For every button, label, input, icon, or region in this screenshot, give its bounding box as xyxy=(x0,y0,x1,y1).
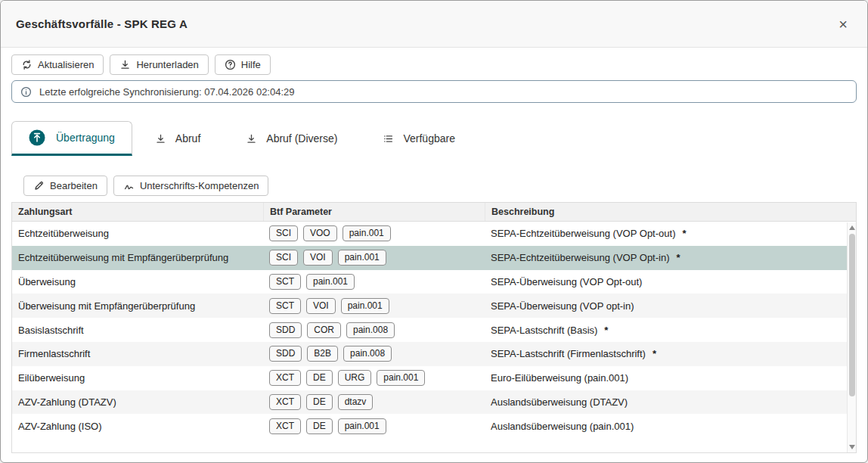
dialog-titlebar: Geschäftsvorfälle - SPK REG A × xyxy=(1,1,867,48)
bearbeiten-button[interactable]: Bearbeiten xyxy=(23,176,107,196)
tab-abruf-diverse[interactable]: Abruf (Diverse) xyxy=(223,121,360,156)
button-label: Bearbeiten xyxy=(50,180,98,191)
parameter-badge: XCT xyxy=(269,418,301,434)
scrollbar-down-icon[interactable] xyxy=(849,444,855,450)
scrollbar-up-icon[interactable] xyxy=(849,225,855,231)
zahlungsart-text: Überweisung mit Empfängerüberprüfung xyxy=(18,300,195,312)
table-row[interactable]: AZV-Zahlung (DTAZV)XCTDEdtazvAuslandsübe… xyxy=(12,390,856,415)
zahlungsart-cell: Basislastschrift xyxy=(12,325,263,336)
parameter-badge: pain.008 xyxy=(343,346,392,362)
zahlungsart-text: AZV-Zahlung (DTAZV) xyxy=(18,396,116,408)
beschreibung-cell: SEPA-Lastschrift (Basis)* xyxy=(485,325,856,336)
parameter-badge: pain.001 xyxy=(306,274,355,290)
download-icon xyxy=(155,133,166,144)
table-row[interactable]: Überweisung mit EmpfängerüberprüfungSCTV… xyxy=(12,294,856,318)
hilfe-button[interactable]: Hilfe xyxy=(215,54,271,75)
table-row[interactable]: EilüberweisungXCTDEURGpain.001Euro-Eilüb… xyxy=(12,366,856,390)
beschreibung-cell: SEPA-Echtzeitüberweisung (VOP Opt-in)* xyxy=(485,252,856,263)
table-row[interactable]: FirmenlastschriftSDDB2Bpain.008SEPA-Last… xyxy=(12,342,856,366)
zahlungsart-cell: Firmenlastschrift xyxy=(12,348,263,359)
table-row[interactable]: ÜberweisungSCTpain.001SEPA-Überweisung (… xyxy=(12,270,856,294)
asterisk-marker: * xyxy=(653,348,656,359)
zahlungsart-text: AZV-Zahlung (ISO) xyxy=(18,421,102,432)
button-label: Unterschrifts-Kompetenzen xyxy=(140,180,259,191)
beschreibung-text: SEPA-Überweisung (VOP opt-in) xyxy=(491,300,634,312)
scrollbar-thumb[interactable] xyxy=(849,234,855,396)
table-row[interactable]: BasislastschriftSDDCORpain.008SEPA-Lasts… xyxy=(12,318,856,342)
beschreibung-cell: Euro-Eilüberweisung (pain.001) xyxy=(485,372,856,384)
btf-parameter-cell: SDDB2Bpain.008 xyxy=(263,346,485,362)
download-icon xyxy=(119,59,131,70)
btf-parameter-cell: XCTDEURGpain.001 xyxy=(263,370,485,386)
table-row[interactable]: Echtzeitüberweisung mit Empfängerüberprü… xyxy=(12,246,856,270)
btf-parameter-cell: XCTDEdtazv xyxy=(263,394,485,410)
btf-parameter-cell: XCTDEpain.001 xyxy=(263,418,485,434)
parameter-badge: VOO xyxy=(303,225,337,241)
tab-bar: ÜbertragungAbrufAbruf (Diverse)Verfügbar… xyxy=(11,121,857,156)
parameter-badge: XCT xyxy=(269,394,301,410)
tab-uebertragung[interactable]: Übertragung xyxy=(11,121,132,156)
beschreibung-text: Auslandsüberweisung (DTAZV) xyxy=(491,396,628,408)
table-body: EchtzeitüberweisungSCIVOOpain.001SEPA-Ec… xyxy=(12,222,856,438)
tab-label: Abruf xyxy=(175,132,200,144)
parameter-badge: VOI xyxy=(306,298,336,314)
close-icon[interactable]: × xyxy=(834,17,852,32)
tab-abruf[interactable]: Abruf xyxy=(132,121,223,156)
column-header-beschreibung: Beschreibung xyxy=(485,203,856,221)
herunterladen-button[interactable]: Herunterladen xyxy=(110,54,208,75)
help-icon xyxy=(225,59,236,70)
btf-parameter-cell: SCTpain.001 xyxy=(263,274,485,290)
column-header-btf-parameter: Btf Parameter xyxy=(263,203,485,221)
beschreibung-cell: SEPA-Echtzeitüberweisung (VOP Opt-out)* xyxy=(485,228,856,239)
table-row[interactable]: EchtzeitüberweisungSCIVOOpain.001SEPA-Ec… xyxy=(12,222,856,246)
sync-info-banner: Letzte erfolgreiche Synchronisierung: 07… xyxy=(11,80,857,103)
parameter-badge: DE xyxy=(306,418,333,434)
parameter-badge: URG xyxy=(338,370,372,386)
beschreibung-cell: Auslandsüberweisung (DTAZV) xyxy=(485,396,856,408)
tab-label: Abruf (Diverse) xyxy=(266,132,337,144)
button-label: Herunterladen xyxy=(136,59,198,70)
asterisk-marker: * xyxy=(677,252,680,263)
parameter-badge: DE xyxy=(306,394,333,410)
parameter-badge: pain.001 xyxy=(338,250,386,266)
tab-label: Verfügbare xyxy=(403,132,455,144)
vertical-scrollbar[interactable] xyxy=(847,222,856,452)
zahlungsart-text: Überweisung xyxy=(18,276,76,287)
parameter-badge: pain.001 xyxy=(341,298,389,314)
asterisk-marker: * xyxy=(682,228,686,239)
zahlungsart-cell: Echtzeitüberweisung mit Empfängerüberprü… xyxy=(12,252,263,263)
parameter-badge: B2B xyxy=(307,346,338,362)
table-row[interactable]: AZV-Zahlung (ISO)XCTDEpain.001Auslandsüb… xyxy=(12,414,856,438)
zahlungsart-text: Echtzeitüberweisung mit Empfängerüberprü… xyxy=(18,252,228,263)
asterisk-marker: * xyxy=(604,325,608,336)
parameter-badge: dtazv xyxy=(338,394,374,410)
beschreibung-text: Euro-Eilüberweisung (pain.001) xyxy=(491,372,628,384)
beschreibung-cell: SEPA-Lastschrift (Firmenlastschrift)* xyxy=(485,348,856,359)
parameter-badge: SCT xyxy=(269,298,301,314)
beschreibung-text: SEPA-Überweisung (VOP Opt-out) xyxy=(491,276,642,287)
tab-verfuegbare[interactable]: Verfügbare xyxy=(360,121,478,156)
parameter-badge: SDD xyxy=(269,322,302,338)
zahlungsart-cell: Überweisung mit Empfängerüberprüfung xyxy=(12,300,263,312)
parameter-badge: VOI xyxy=(303,250,333,266)
signature-icon xyxy=(123,180,135,191)
parameter-badge: pain.008 xyxy=(346,322,395,338)
geschaeftsvorfaelle-dialog: Geschäftsvorfälle - SPK REG A × Aktualis… xyxy=(0,0,868,463)
parameter-badge: SDD xyxy=(269,346,302,362)
parameter-badge: SCI xyxy=(269,250,298,266)
unterschrifts-kompetenzen-button[interactable]: Unterschrifts-Kompetenzen xyxy=(113,176,269,196)
toolbar: AktualisierenHerunterladenHilfe xyxy=(1,48,867,75)
btf-parameter-cell: SDDCORpain.008 xyxy=(263,322,485,338)
btf-parameter-cell: SCIVOIpain.001 xyxy=(263,250,485,266)
beschreibung-cell: SEPA-Überweisung (VOP Opt-out) xyxy=(485,276,856,287)
parameter-badge: SCT xyxy=(269,274,301,290)
aktualisieren-button[interactable]: Aktualisieren xyxy=(11,54,104,75)
geschaeftsvorfaelle-table: ZahlungsartBtf ParameterBeschreibung Ech… xyxy=(11,202,857,453)
beschreibung-text: Auslandsüberweisung (pain.001) xyxy=(491,421,634,432)
button-label: Aktualisieren xyxy=(38,59,94,70)
parameter-badge: COR xyxy=(307,322,341,338)
parameter-badge: pain.001 xyxy=(343,225,391,241)
parameter-badge: pain.001 xyxy=(377,370,425,386)
btf-parameter-cell: SCIVOOpain.001 xyxy=(263,225,485,241)
zahlungsart-text: Eilüberweisung xyxy=(18,372,85,384)
